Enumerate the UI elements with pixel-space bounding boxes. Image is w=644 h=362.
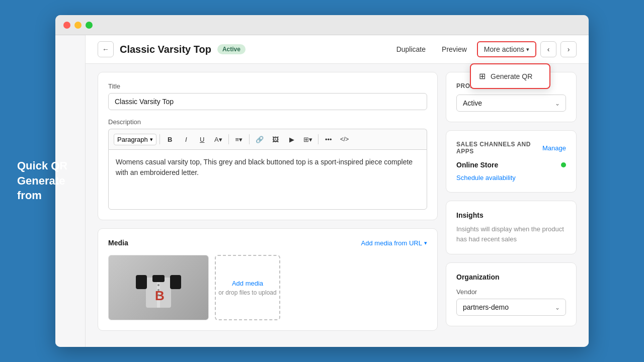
- paragraph-selector[interactable]: Paragraph ▾: [114, 134, 156, 145]
- image-button[interactable]: 🖼: [269, 132, 283, 146]
- media-card: Media Add media from URL ▾: [98, 228, 438, 331]
- content-area: Title Description Paragraph ▾ B I: [86, 64, 589, 347]
- sales-channels-header: SALES CHANNELS AND APPS Manage: [456, 141, 566, 155]
- svg-rect-1: [136, 275, 147, 289]
- toolbar-sep-4: [318, 134, 318, 144]
- preview-button[interactable]: Preview: [436, 42, 473, 56]
- online-status-dot: [561, 162, 566, 167]
- selector-chevron-icon: ▾: [150, 136, 153, 143]
- status-badge: Active: [217, 44, 246, 54]
- add-media-url-link[interactable]: Add media from URL ▾: [361, 239, 427, 247]
- link-button[interactable]: 🔗: [253, 132, 267, 146]
- underline-button[interactable]: U: [195, 132, 209, 146]
- svg-point-7: [157, 289, 159, 291]
- svg-text:B: B: [155, 288, 165, 303]
- organization-title: Organization: [456, 273, 566, 281]
- media-header: Media Add media from URL ▾: [108, 239, 427, 247]
- close-button[interactable]: [63, 22, 70, 29]
- vendor-select[interactable]: partners-demo: [456, 299, 566, 316]
- online-store-label: Online Store: [456, 161, 498, 169]
- product-image[interactable]: B: [108, 255, 209, 320]
- online-store-row: Online Store: [456, 161, 566, 169]
- toolbar-sep-3: [249, 134, 250, 144]
- add-media-placeholder[interactable]: Add media or drop files to upload: [215, 255, 280, 320]
- svg-point-6: [157, 284, 159, 286]
- insights-description: Insights will display when the product h…: [456, 224, 566, 244]
- manage-link[interactable]: Manage: [542, 144, 566, 152]
- description-editor[interactable]: Womens casual varsity top, This grey and…: [108, 149, 427, 210]
- browser-window: ← Classic Varsity Top Active Duplicate P…: [55, 15, 589, 347]
- traffic-lights: [63, 22, 93, 29]
- vendor-select-wrapper: partners-demo: [456, 299, 566, 316]
- browser-titlebar: [55, 15, 589, 35]
- status-select[interactable]: Active Draft Archived: [456, 95, 566, 112]
- insights-title: Insights: [456, 211, 566, 219]
- more-options-button[interactable]: •••: [321, 132, 336, 146]
- minimize-button[interactable]: [74, 22, 82, 29]
- page-title: Classic Varsity Top: [120, 44, 211, 55]
- bold-button[interactable]: B: [163, 132, 177, 146]
- jacket-preview: B: [109, 255, 208, 320]
- title-input[interactable]: [108, 93, 427, 110]
- nav-next-button[interactable]: ›: [560, 41, 577, 57]
- insights-card: Insights Insights will display when the …: [446, 201, 577, 254]
- status-select-wrapper: Active Draft Archived: [456, 95, 566, 112]
- generate-qr-item[interactable]: ⊞ Generate QR: [471, 67, 549, 85]
- media-grid: B Add media: [108, 255, 427, 320]
- editor-toolbar: Paragraph ▾ B I U A▾ ≡▾ 🔗: [108, 129, 427, 149]
- sales-channels-label: SALES CHANNELS AND APPS: [456, 141, 542, 155]
- media-title: Media: [108, 239, 128, 247]
- align-button[interactable]: ≡▾: [232, 132, 246, 146]
- sales-channels-card: SALES CHANNELS AND APPS Manage Online St…: [446, 130, 577, 193]
- header-actions: Duplicate Preview More actions ▾ ‹ ›: [390, 41, 577, 57]
- product-details-card: Title Description Paragraph ▾ B I: [98, 72, 438, 220]
- main-area: ← Classic Varsity Top Active Duplicate P…: [86, 35, 589, 347]
- text-color-button[interactable]: A▾: [211, 132, 225, 146]
- schedule-availability-link[interactable]: Schedule availability: [456, 174, 516, 182]
- qr-icon: ⊞: [479, 71, 486, 81]
- browser-content: ← Classic Varsity Top Active Duplicate P…: [55, 35, 589, 347]
- table-button[interactable]: ⊞▾: [301, 132, 315, 146]
- side-column: Product status Active Draft Archived: [446, 72, 577, 339]
- main-column: Title Description Paragraph ▾ B I: [98, 72, 438, 339]
- duplicate-button[interactable]: Duplicate: [390, 42, 432, 56]
- more-actions-dropdown: ⊞ Generate QR: [470, 63, 550, 89]
- organization-card: Organization Vendor partners-demo: [446, 262, 577, 326]
- svg-point-8: [157, 294, 159, 296]
- vendor-label: Vendor: [456, 288, 566, 296]
- page-header: ← Classic Varsity Top Active Duplicate P…: [86, 35, 589, 64]
- title-label: Title: [108, 82, 427, 90]
- source-button[interactable]: </>: [338, 132, 352, 146]
- maximize-button[interactable]: [86, 22, 93, 29]
- toolbar-sep-2: [228, 134, 229, 144]
- back-button[interactable]: ←: [98, 41, 114, 57]
- promo-text: Quick QR Generate from: [17, 158, 67, 203]
- description-label: Description: [108, 118, 427, 126]
- svg-rect-2: [170, 275, 181, 289]
- chevron-down-small-icon: ▾: [424, 240, 427, 246]
- more-actions-button[interactable]: More actions ▾: [477, 41, 536, 57]
- svg-rect-3: [152, 275, 165, 282]
- video-button[interactable]: ▶: [285, 132, 299, 146]
- italic-button[interactable]: I: [179, 132, 193, 146]
- chevron-down-icon: ▾: [526, 46, 529, 53]
- toolbar-sep-1: [159, 134, 160, 144]
- nav-prev-button[interactable]: ‹: [540, 41, 556, 57]
